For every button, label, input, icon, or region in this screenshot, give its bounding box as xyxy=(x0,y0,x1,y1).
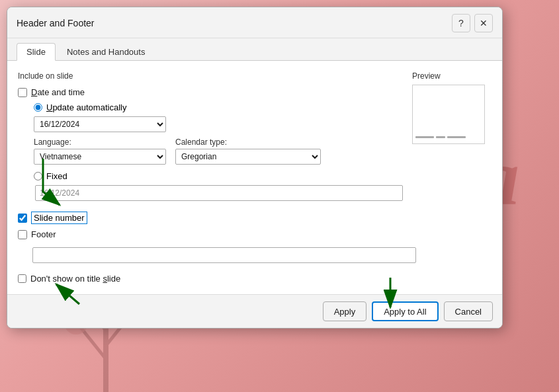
preview-box xyxy=(412,85,485,144)
dont-show-row: Don't show on title slide xyxy=(18,274,402,284)
include-label: Include on slide xyxy=(18,71,402,81)
slide-number-label: Slide number xyxy=(31,212,87,224)
preview-dash-3 xyxy=(447,136,466,138)
calendar-group: Calendar type: Gregorian Hijri xyxy=(175,137,321,165)
fixed-input[interactable] xyxy=(35,185,403,201)
date-label-rest: ate and time xyxy=(37,87,85,97)
date-time-checkbox[interactable] xyxy=(18,88,27,97)
cancel-button[interactable]: Cancel xyxy=(444,301,493,321)
preview-dash-1 xyxy=(415,136,434,138)
title-bar-controls: ? ✕ xyxy=(452,14,493,32)
fixed-label: Fixed xyxy=(46,171,67,181)
footer-checkbox[interactable] xyxy=(18,230,27,239)
apply-all-button[interactable]: Apply to All xyxy=(372,301,438,321)
fixed-row: Fixed xyxy=(34,171,402,181)
lang-cal-row: Language: Vietnamese English French Cale… xyxy=(34,137,402,165)
tab-notes-handouts[interactable]: Notes and Handouts xyxy=(57,43,155,61)
footer-input[interactable] xyxy=(32,247,416,263)
close-button[interactable]: ✕ xyxy=(474,14,493,32)
tabs-bar: Slide Notes and Handouts xyxy=(7,38,502,61)
update-auto-radio[interactable] xyxy=(34,103,42,112)
dialog-overlay: Header and Footer ? ✕ Slide Notes and Ha… xyxy=(0,0,559,392)
slide-number-checkbox[interactable] xyxy=(18,214,27,223)
language-select[interactable]: Vietnamese English French xyxy=(34,149,166,165)
language-label: Language: xyxy=(34,137,166,147)
language-group: Language: Vietnamese English French xyxy=(34,137,166,165)
slide-number-row: Slide number xyxy=(18,212,402,224)
footer-row: Footer xyxy=(18,229,402,239)
calendar-label: Calendar type: xyxy=(175,137,321,147)
dont-show-checkbox[interactable] xyxy=(18,274,26,283)
dialog-footer: Apply Apply to All Cancel xyxy=(7,294,502,328)
date-time-row: Date and time xyxy=(18,87,402,97)
date-indent: Update automatically 16/12/2024 Language… xyxy=(18,102,402,208)
dont-show-label: Don't show on title slide xyxy=(30,274,120,284)
tab-slide[interactable]: Slide xyxy=(17,43,56,61)
preview-panel: Preview xyxy=(412,71,492,284)
title-bar: Header and Footer ? ✕ xyxy=(7,7,502,38)
apply-button[interactable]: Apply xyxy=(323,301,367,321)
calendar-select[interactable]: Gregorian Hijri xyxy=(175,149,321,165)
dialog-title: Header and Footer xyxy=(17,18,95,28)
date-label-d: D xyxy=(31,87,37,97)
main-content: Include on slide Date and time Update au… xyxy=(18,71,402,284)
help-button[interactable]: ? xyxy=(452,14,470,32)
date-time-label: Date and time xyxy=(31,87,85,97)
preview-indicators xyxy=(415,136,482,138)
fixed-radio[interactable] xyxy=(34,172,42,180)
update-auto-row: Update automatically xyxy=(34,102,402,112)
header-footer-dialog: Header and Footer ? ✕ Slide Notes and Ha… xyxy=(7,7,503,329)
preview-label: Preview xyxy=(412,71,492,81)
preview-dash-2 xyxy=(436,136,445,138)
dialog-body: Include on slide Date and time Update au… xyxy=(7,61,502,294)
update-auto-label: Update automatically xyxy=(46,102,126,112)
footer-label: Footer xyxy=(31,229,56,239)
date-dropdown[interactable]: 16/12/2024 xyxy=(34,116,166,132)
